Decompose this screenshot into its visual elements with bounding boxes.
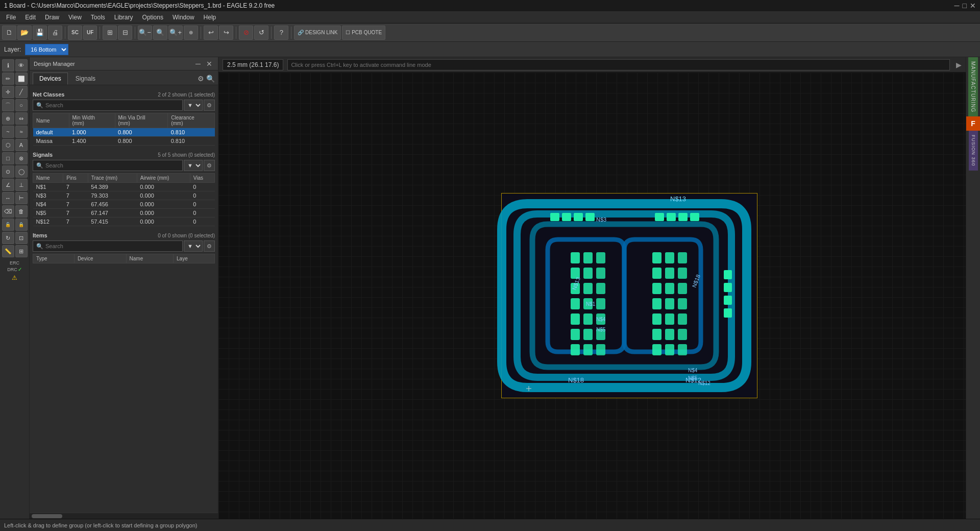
route-tool[interactable]: ~ bbox=[2, 126, 14, 138]
cell-sig-name: N$1 bbox=[33, 183, 63, 191]
cmd-input[interactable] bbox=[287, 59, 950, 70]
lock2-tool[interactable]: 🔒 bbox=[15, 219, 28, 231]
signals-search-input[interactable] bbox=[45, 162, 179, 168]
dm-close-button[interactable]: ✕ bbox=[205, 59, 214, 68]
rect-tool[interactable]: □ bbox=[2, 152, 14, 164]
table-row[interactable]: N$12 7 57.415 0.000 0 bbox=[33, 218, 215, 226]
menu-draw[interactable]: Draw bbox=[41, 13, 63, 22]
net-classes-search-dropdown[interactable]: ▼ bbox=[184, 100, 203, 111]
menu-window[interactable]: Window bbox=[168, 13, 199, 22]
select-tool[interactable]: ⬜ bbox=[15, 73, 28, 85]
close-button[interactable]: ✕ bbox=[970, 2, 976, 10]
table-row[interactable]: N$5 7 67.147 0.000 0 bbox=[33, 209, 215, 218]
circle-tool[interactable]: ○ bbox=[15, 99, 28, 111]
dm-scroll-thumb[interactable] bbox=[32, 514, 62, 518]
measure-tool[interactable]: 📏 bbox=[2, 245, 14, 257]
layer-select[interactable]: 16 Bottom bbox=[25, 44, 68, 55]
polygon-tool[interactable]: ⬡ bbox=[2, 139, 14, 151]
manufacturing-label[interactable]: MANUFACTURING bbox=[968, 57, 978, 116]
menu-options[interactable]: Options bbox=[138, 13, 167, 22]
canvas-toggle-button[interactable]: ▶ bbox=[956, 61, 962, 69]
miter-tool[interactable]: ∠ bbox=[2, 179, 14, 191]
undo-button[interactable]: ↩ bbox=[204, 26, 218, 40]
tab-signals[interactable]: Signals bbox=[69, 73, 102, 85]
items-search-input[interactable] bbox=[45, 243, 179, 249]
snap-tool[interactable]: ⊞ bbox=[15, 245, 28, 257]
dm-scrollbar bbox=[30, 513, 218, 519]
items-search-container: 🔍 ▼ ⚙ bbox=[33, 240, 215, 252]
signals-search-action[interactable]: ⚙ bbox=[204, 160, 215, 171]
rotate-tool[interactable]: ↻ bbox=[2, 232, 14, 244]
line-tool[interactable]: ╱ bbox=[15, 86, 28, 98]
cell-sig-trace: 67.456 bbox=[88, 200, 137, 209]
text-tool[interactable]: A bbox=[15, 139, 28, 151]
erc-button[interactable]: ERC bbox=[7, 260, 22, 266]
info-tool[interactable]: ℹ bbox=[2, 59, 14, 71]
redo-button[interactable]: ↪ bbox=[219, 26, 233, 40]
svg-rect-53 bbox=[724, 283, 732, 292]
copy-tool[interactable]: ⊕ bbox=[2, 112, 14, 125]
dm-icon-search[interactable]: 🔍 bbox=[206, 75, 215, 83]
hole-tool[interactable]: ◯ bbox=[15, 165, 28, 178]
fusion360-label[interactable]: FUSION 360 bbox=[969, 131, 978, 171]
net-classes-search-action[interactable]: ⚙ bbox=[204, 100, 215, 111]
dimension-tool[interactable]: ↔ bbox=[2, 192, 14, 204]
svg-rect-38 bbox=[678, 268, 687, 279]
signals-search-dropdown[interactable]: ▼ bbox=[184, 160, 203, 171]
table-row[interactable]: N$3 7 79.303 0.000 0 bbox=[33, 191, 215, 200]
lock-tool[interactable]: 🔓 bbox=[2, 219, 14, 231]
arc-tool[interactable]: ⌒ bbox=[2, 99, 14, 111]
canvas-viewport[interactable]: N$13 N$3 N$13 N$1 N$4 N$5 N$18 N$12 N$18… bbox=[218, 73, 966, 519]
zoom-select-button[interactable]: ⊕ bbox=[184, 26, 198, 40]
grid-toggle[interactable]: ⊞ bbox=[103, 26, 117, 40]
design-link-button[interactable]: 🔗 DESIGN LINK bbox=[294, 26, 341, 40]
menu-file[interactable]: File bbox=[2, 13, 20, 22]
marker-tool[interactable]: ⊢ bbox=[15, 192, 28, 204]
table-row[interactable]: Massa 1.400 0.800 0.810 bbox=[33, 137, 215, 146]
items-search-dropdown[interactable]: ▼ bbox=[184, 240, 203, 252]
pcb-quote-button[interactable]: ☐ PCB QUOTE bbox=[342, 26, 385, 40]
ripup-tool[interactable]: ⌫ bbox=[2, 205, 14, 218]
uf-button[interactable]: UF bbox=[83, 26, 97, 40]
group-tool[interactable]: ⊡ bbox=[15, 232, 28, 244]
zoom-fit-button[interactable]: 🔍 bbox=[153, 26, 167, 40]
autoroute-tool[interactable]: ≈ bbox=[15, 126, 28, 138]
zoom-in-button[interactable]: 🔍+ bbox=[168, 26, 183, 40]
mirror-tool[interactable]: ⇔ bbox=[15, 112, 28, 125]
menu-view[interactable]: View bbox=[64, 13, 86, 22]
zoom-out-button[interactable]: 🔍− bbox=[138, 26, 152, 40]
drc-button[interactable]: DRC ✓ bbox=[7, 267, 22, 272]
help-button[interactable]: ? bbox=[274, 26, 288, 40]
paint-tool[interactable]: ✏ bbox=[2, 73, 14, 85]
menu-tools[interactable]: Tools bbox=[87, 13, 109, 22]
col-item-name: Name bbox=[126, 254, 174, 263]
menu-library[interactable]: Library bbox=[110, 13, 137, 22]
move-tool[interactable]: ✛ bbox=[2, 86, 14, 98]
minimize-button[interactable]: ─ bbox=[954, 2, 960, 10]
open-button[interactable]: 📂 bbox=[17, 26, 32, 40]
table-row[interactable]: N$4 7 67.456 0.000 0 bbox=[33, 200, 215, 209]
table-row[interactable]: N$1 7 54.389 0.000 0 bbox=[33, 183, 215, 191]
items-search-action[interactable]: ⚙ bbox=[204, 240, 215, 252]
delete-tool[interactable]: 🗑 bbox=[15, 205, 28, 218]
table-row[interactable]: default 1.000 0.800 0.810 bbox=[33, 128, 215, 137]
new-button[interactable]: 🗋 bbox=[2, 26, 16, 40]
maximize-button[interactable]: □ bbox=[963, 2, 967, 10]
net-classes-search-input[interactable] bbox=[45, 102, 179, 108]
print-button[interactable]: 🖨 bbox=[48, 26, 62, 40]
stop-button[interactable]: ⊘ bbox=[239, 26, 253, 40]
repeat-button[interactable]: ↺ bbox=[254, 26, 268, 40]
ratsnest-button[interactable]: ⊟ bbox=[118, 26, 132, 40]
menu-help[interactable]: Help bbox=[200, 13, 220, 22]
menu-edit[interactable]: Edit bbox=[21, 13, 40, 22]
fusion-button[interactable]: F bbox=[966, 116, 981, 131]
tab-devices[interactable]: Devices bbox=[33, 73, 68, 85]
split-tool[interactable]: ⊥ bbox=[15, 179, 28, 191]
pad-tool[interactable]: ⊗ bbox=[15, 152, 28, 164]
dm-icon-config[interactable]: ⚙ bbox=[198, 75, 204, 83]
save-button[interactable]: 💾 bbox=[33, 26, 47, 40]
show-tool[interactable]: 👁 bbox=[15, 59, 28, 71]
dm-minimize-button[interactable]: ─ bbox=[193, 59, 203, 68]
schematic-button[interactable]: SC bbox=[68, 26, 82, 40]
via-tool[interactable]: ⊙ bbox=[2, 165, 14, 178]
